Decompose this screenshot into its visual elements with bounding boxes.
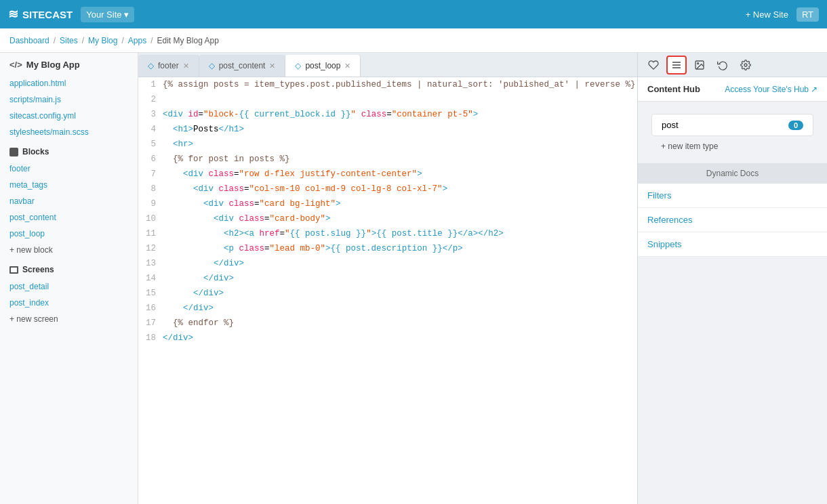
sidebar: </> My Blog App application.html scripts… bbox=[0, 53, 138, 504]
block-icon bbox=[9, 148, 18, 156]
sidebar-file-scripts[interactable]: scripts/main.js bbox=[0, 91, 138, 108]
line-number: 2 bbox=[138, 92, 163, 107]
content-hub-title: Content Hub bbox=[647, 84, 700, 94]
new-screen-button[interactable]: + new screen bbox=[0, 311, 138, 327]
sidebar-item-post-index[interactable]: post_index bbox=[0, 295, 138, 311]
code-editor[interactable]: 1{% assign posts = item_types.post.publi… bbox=[138, 77, 637, 504]
nav-left: ≋ SITECAST Your Site ▾ bbox=[8, 7, 134, 22]
nav-right: + New Site RT bbox=[746, 7, 819, 22]
line-content: <h2><a href="{{ post.slug }}">{{ post.ti… bbox=[163, 226, 637, 241]
brand-name: SITECAST bbox=[22, 9, 73, 20]
external-link-icon: ↗ bbox=[811, 85, 818, 94]
sidebar-item-footer[interactable]: footer bbox=[0, 161, 138, 177]
breadcrumb-sites[interactable]: Sites bbox=[60, 36, 78, 45]
chevron-down-icon: ▾ bbox=[124, 9, 129, 20]
avatar-button[interactable]: RT bbox=[796, 7, 819, 22]
svg-point-5 bbox=[744, 64, 747, 66]
sidebar-item-meta-tags[interactable]: meta_tags bbox=[0, 177, 138, 193]
line-content: </div> bbox=[163, 331, 637, 345]
code-line-11: 11 <h2><a href="{{ post.slug }}">{{ post… bbox=[138, 226, 637, 241]
list-button[interactable] bbox=[666, 56, 687, 75]
docs-item-references[interactable]: References bbox=[638, 208, 827, 232]
tab-post-loop-label: post_loop bbox=[305, 61, 340, 70]
top-navigation: ≋ SITECAST Your Site ▾ + New Site RT bbox=[0, 0, 827, 28]
line-number: 3 bbox=[138, 107, 163, 122]
line-content: <div id="block-{{ current_block.id }}" c… bbox=[163, 107, 637, 122]
settings-button[interactable] bbox=[735, 56, 756, 75]
line-content: </div> bbox=[163, 301, 637, 316]
line-content: </div> bbox=[163, 286, 637, 301]
code-line-2: 2 bbox=[138, 92, 637, 107]
line-content: {% assign posts = item_types.post.publis… bbox=[163, 77, 637, 92]
code-line-4: 4 <h1>Posts</h1> bbox=[138, 122, 637, 137]
breadcrumb-apps[interactable]: Apps bbox=[128, 36, 146, 45]
sidebar-file-stylesheets[interactable]: stylesheets/main.scss bbox=[0, 124, 138, 140]
tab-post-content[interactable]: ◇ post_content ✕ bbox=[199, 55, 286, 77]
tab-footer[interactable]: ◇ footer ✕ bbox=[138, 55, 199, 77]
code-line-18: 18</div> bbox=[138, 331, 637, 345]
tab-footer-close[interactable]: ✕ bbox=[183, 62, 189, 70]
content-hub-link-label: Access Your Site's Hub bbox=[725, 85, 809, 94]
undo-button[interactable] bbox=[712, 56, 733, 75]
sidebar-item-post-loop[interactable]: post_loop bbox=[0, 226, 138, 242]
code-line-3: 3<div id="block-{{ current_block.id }}" … bbox=[138, 107, 637, 122]
site-selector[interactable]: Your Site ▾ bbox=[81, 7, 134, 22]
sidebar-item-post-content[interactable]: post_content bbox=[0, 209, 138, 226]
line-content: <hr> bbox=[163, 137, 637, 152]
heart-button[interactable] bbox=[643, 56, 664, 75]
new-site-button[interactable]: + New Site bbox=[746, 9, 788, 20]
item-type-name: post bbox=[662, 120, 679, 130]
line-content: {% for post in posts %} bbox=[163, 152, 637, 167]
sep4: / bbox=[150, 36, 153, 45]
svg-point-4 bbox=[698, 62, 699, 64]
right-panel: Content Hub Access Your Site's Hub ↗ pos… bbox=[637, 53, 827, 504]
tab-post-loop[interactable]: ◇ post_loop ✕ bbox=[285, 55, 361, 77]
item-type-post[interactable]: post 0 bbox=[651, 114, 813, 136]
new-block-button[interactable]: + new block bbox=[0, 242, 138, 258]
line-number: 6 bbox=[138, 152, 163, 167]
code-line-7: 7 <div class="row d-flex justify-content… bbox=[138, 167, 637, 182]
breadcrumb-myblog[interactable]: My Blog bbox=[88, 36, 117, 45]
breadcrumb-dashboard[interactable]: Dashboard bbox=[9, 36, 49, 45]
tab-post-loop-icon: ◇ bbox=[295, 61, 301, 70]
screen-icon bbox=[9, 266, 18, 274]
image-button[interactable] bbox=[689, 56, 710, 75]
tab-post-loop-close[interactable]: ✕ bbox=[344, 62, 350, 70]
code-line-1: 1{% assign posts = item_types.post.publi… bbox=[138, 77, 637, 92]
sidebar-item-navbar[interactable]: navbar bbox=[0, 193, 138, 209]
line-number: 16 bbox=[138, 301, 163, 316]
blocks-section: Blocks bbox=[0, 140, 138, 161]
code-line-14: 14 </div> bbox=[138, 271, 637, 286]
sidebar-title-text: My Blog App bbox=[26, 60, 80, 70]
content-hub-link[interactable]: Access Your Site's Hub ↗ bbox=[725, 85, 818, 94]
line-content: </div> bbox=[163, 256, 637, 271]
code-line-10: 10 <div class="card-body"> bbox=[138, 211, 637, 226]
svg-rect-2 bbox=[672, 67, 681, 68]
docs-item-snippets[interactable]: Snippets bbox=[638, 232, 827, 257]
brand-logo: ≋ SITECAST bbox=[8, 7, 73, 22]
main-layout: </> My Blog App application.html scripts… bbox=[0, 53, 827, 504]
docs-item-filters[interactable]: Filters bbox=[638, 184, 827, 208]
right-toolbar bbox=[638, 53, 827, 77]
line-number: 8 bbox=[138, 182, 163, 196]
dynamic-docs-header: Dynamic Docs bbox=[638, 163, 827, 184]
line-number: 7 bbox=[138, 167, 163, 182]
sidebar-item-post-detail[interactable]: post_detail bbox=[0, 278, 138, 295]
editor-area: ◇ footer ✕ ◇ post_content ✕ ◇ post_loop … bbox=[138, 53, 637, 504]
sidebar-file-application[interactable]: application.html bbox=[0, 75, 138, 91]
new-item-type-button[interactable]: + new item type bbox=[651, 136, 813, 156]
screens-label: Screens bbox=[22, 265, 54, 274]
line-number: 9 bbox=[138, 196, 163, 211]
tab-post-content-icon: ◇ bbox=[209, 61, 215, 70]
line-content: {% endfor %} bbox=[163, 316, 637, 331]
line-number: 5 bbox=[138, 137, 163, 152]
line-number: 4 bbox=[138, 122, 163, 137]
tab-footer-label: footer bbox=[158, 61, 179, 70]
tab-post-content-close[interactable]: ✕ bbox=[269, 62, 275, 70]
breadcrumb: Dashboard / Sites / My Blog / Apps / Edi… bbox=[0, 28, 827, 53]
code-line-5: 5 <hr> bbox=[138, 137, 637, 152]
line-content: <h1>Posts</h1> bbox=[163, 122, 637, 137]
line-number: 13 bbox=[138, 256, 163, 271]
breadcrumb-current: Edit My Blog App bbox=[157, 36, 219, 45]
sidebar-file-config[interactable]: sitecast.config.yml bbox=[0, 108, 138, 124]
